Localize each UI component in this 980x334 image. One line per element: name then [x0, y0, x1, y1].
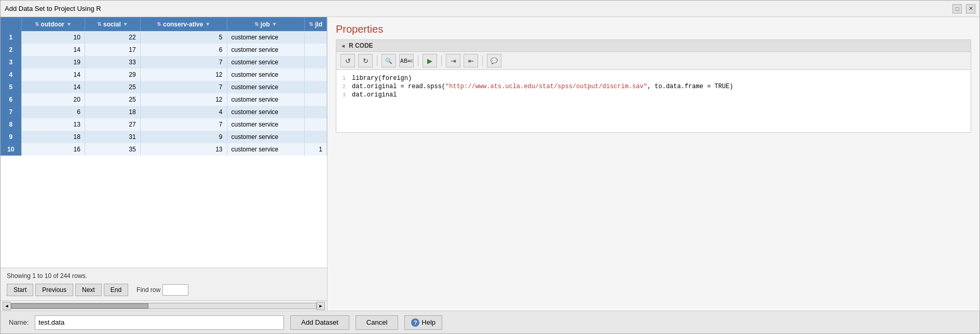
- right-panel: Properties ◄ R CODE ↺ ↻ 🔍 ABAC ▶: [328, 17, 979, 311]
- table-cell: customer service: [227, 31, 304, 44]
- table-row: 76184customer service: [1, 106, 327, 118]
- col-header-job[interactable]: ⇅ job ▼: [227, 17, 304, 31]
- window-controls: □ ✕: [952, 4, 975, 13]
- table-cell: 29: [85, 68, 140, 81]
- pagination-area: Showing 1 to 10 of 244 rows. Start Previ…: [1, 268, 327, 300]
- table-cell: 4: [140, 106, 227, 118]
- code-text: library(foreign): [352, 75, 412, 82]
- sort-icon-outdoor: ⇅: [35, 21, 39, 27]
- sort-icon-jid: ⇅: [309, 21, 313, 27]
- table-row: 918319customer service: [1, 131, 327, 143]
- name-input[interactable]: [35, 315, 284, 330]
- line-number: 1: [336, 75, 352, 81]
- find-row-input[interactable]: [162, 284, 188, 296]
- table-cell: 20: [21, 93, 85, 106]
- scrollbar-thumb[interactable]: [11, 303, 148, 309]
- cancel-button[interactable]: Cancel: [356, 315, 398, 330]
- r-code-section: ◄ R CODE ↺ ↻ 🔍 ABAC ▶ ⇥ ⇤: [336, 39, 971, 133]
- scrollbar-track[interactable]: [11, 303, 317, 309]
- r-code-label: R CODE: [349, 42, 373, 49]
- table-cell: [305, 106, 327, 118]
- table-cell: 6: [140, 44, 227, 56]
- table-row: 214176customer service: [1, 44, 327, 56]
- undo-button[interactable]: ↺: [341, 54, 355, 67]
- table-cell: 31: [85, 131, 140, 143]
- r-code-editor[interactable]: 1library(foreign)2dat.original = read.sp…: [336, 70, 971, 132]
- horizontal-scrollbar[interactable]: ◄ ►: [1, 300, 327, 311]
- table-cell: 16: [21, 143, 85, 156]
- help-label: Help: [421, 318, 435, 326]
- table-cell: 5: [140, 31, 227, 44]
- table-cell: 33: [85, 56, 140, 68]
- help-button[interactable]: ? Help: [404, 315, 442, 330]
- col-header-outdoor[interactable]: ⇅ outdoor ▼: [21, 17, 85, 31]
- table-cell: 1: [305, 143, 327, 156]
- previous-button[interactable]: Previous: [35, 284, 73, 296]
- run-button[interactable]: ▶: [423, 54, 437, 67]
- filter-icon-outdoor[interactable]: ▼: [66, 21, 72, 27]
- sort-icon-social: ⇅: [97, 21, 101, 27]
- table-cell: 12: [140, 68, 227, 81]
- maximize-button[interactable]: □: [952, 4, 962, 13]
- bottom-bar: Name: Add Dataset Cancel ? Help: [1, 311, 979, 333]
- pagination-controls: Start Previous Next End Find row: [7, 284, 321, 296]
- scroll-right-arrow[interactable]: ►: [317, 302, 325, 310]
- table-cell: 8: [1, 118, 21, 131]
- row-count: Showing 1 to 10 of 244 rows.: [7, 272, 321, 280]
- redo-button[interactable]: ↻: [358, 54, 373, 67]
- table-cell: 25: [85, 93, 140, 106]
- table-cell: 7: [140, 118, 227, 131]
- table-row: 6202512customer service: [1, 93, 327, 106]
- table-cell: 6: [21, 106, 85, 118]
- table-cell: 6: [1, 93, 21, 106]
- table-cell: customer service: [227, 68, 304, 81]
- table-cell: customer service: [227, 131, 304, 143]
- table-cell: [305, 31, 327, 44]
- collapse-arrow[interactable]: ◄: [341, 43, 346, 49]
- properties-title: Properties: [336, 23, 971, 35]
- col-header-conservative[interactable]: ⇅ conserv-ative ▼: [140, 17, 227, 31]
- table-cell: 10: [21, 31, 85, 44]
- code-text: dat.original: [352, 91, 397, 99]
- table-cell: 13: [21, 118, 85, 131]
- outdent-button[interactable]: ⇤: [464, 54, 478, 67]
- table-cell: customer service: [227, 143, 304, 156]
- table-cell: 22: [85, 31, 140, 44]
- comment-button[interactable]: 💬: [487, 54, 501, 67]
- table-cell: [305, 118, 327, 131]
- indent-button[interactable]: ⇥: [446, 54, 460, 67]
- table-cell: 4: [1, 68, 21, 81]
- filter-icon-conservative[interactable]: ▼: [205, 21, 210, 27]
- table-cell: 7: [1, 106, 21, 118]
- table-cell: 12: [140, 93, 227, 106]
- table-cell: customer service: [227, 81, 304, 93]
- close-button[interactable]: ✕: [966, 4, 975, 13]
- properties-header: Properties ◄ R CODE ↺ ↻ 🔍 ABAC ▶: [328, 17, 979, 137]
- end-button[interactable]: End: [104, 284, 128, 296]
- scroll-left-arrow[interactable]: ◄: [3, 302, 11, 310]
- col-sort-outdoor: ⇅ outdoor ▼: [35, 21, 72, 28]
- main-window: Add Data Set to Project Using R □ ✕ ⇅: [0, 0, 980, 334]
- filter-icon-job[interactable]: ▼: [272, 21, 277, 27]
- start-button[interactable]: Start: [7, 284, 33, 296]
- table-cell: 18: [85, 106, 140, 118]
- col-header-social[interactable]: ⇅ social ▼: [85, 17, 140, 31]
- add-dataset-button[interactable]: Add Dataset: [290, 315, 349, 330]
- replace-button[interactable]: ABAC: [399, 54, 414, 67]
- title-bar: Add Data Set to Project Using R □ ✕: [1, 1, 979, 17]
- table-cell: [305, 131, 327, 143]
- table-cell: 1: [1, 31, 21, 44]
- table-cell: customer service: [227, 93, 304, 106]
- next-button[interactable]: Next: [75, 284, 102, 296]
- code-text: "http://www.ats.ucla.edu/stat/spss/outpu…: [445, 83, 647, 90]
- table-cell: [305, 81, 327, 93]
- table-cell: 25: [85, 81, 140, 93]
- find-button[interactable]: 🔍: [382, 54, 396, 67]
- filter-icon-social[interactable]: ▼: [123, 21, 128, 27]
- code-text: dat.original = read.spss(: [352, 83, 445, 90]
- find-row-label: Find row: [137, 286, 160, 294]
- col-header-jid[interactable]: ⇅ jid: [305, 17, 327, 31]
- toolbar-sep-4: [482, 55, 483, 66]
- table-cell: 14: [21, 81, 85, 93]
- row-number-header: [1, 17, 21, 31]
